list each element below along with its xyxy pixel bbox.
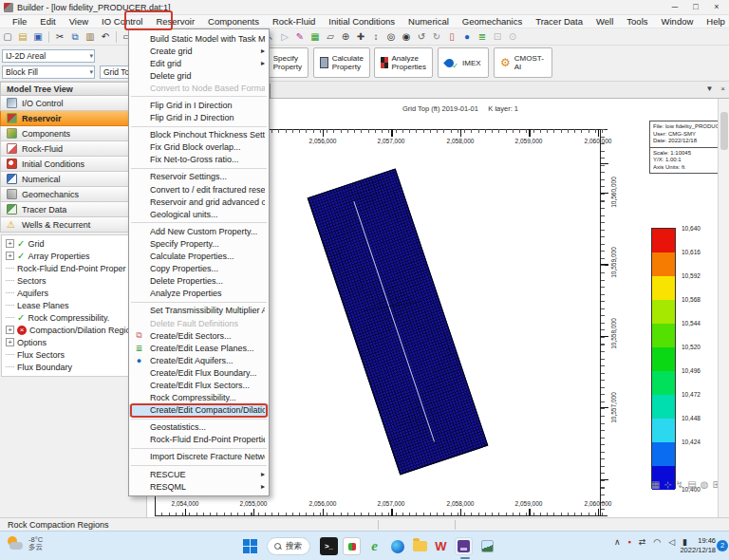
aquifer-drop-icon[interactable]: ● [459, 30, 475, 44]
copy-icon[interactable]: ⧉ [67, 30, 83, 44]
menu-item[interactable]: Reservoir and grid advanced options... [129, 196, 269, 208]
minimize-button[interactable]: ─ [664, 0, 685, 14]
expand-icon[interactable]: + [6, 326, 14, 334]
report-icon[interactable]: ▯ [444, 30, 459, 44]
calculate-property-button[interactable]: Calculate Property [313, 47, 370, 78]
cut-icon[interactable]: ✂ [52, 30, 67, 44]
menu-well[interactable]: Well [589, 15, 620, 28]
save-icon[interactable]: ▣ [30, 30, 46, 44]
layers-tool-icon[interactable]: ▤ [687, 479, 696, 490]
tree-item-array-properties[interactable]: +✓Array Properties [4, 250, 144, 262]
paste-icon[interactable]: ▥ [83, 30, 98, 44]
menu-tools[interactable]: Tools [620, 15, 654, 28]
tray-chevron-up-icon[interactable]: ∧ [614, 537, 621, 547]
menu-initial-conditions[interactable]: Initial Conditions [322, 15, 402, 28]
menu-item[interactable]: Copy Properties... [129, 263, 269, 275]
sidebar-item-numerical[interactable]: Numerical [0, 172, 146, 187]
arrow-tool-icon[interactable]: ↯ [676, 479, 683, 490]
globe-tool-icon[interactable]: ◍ [701, 479, 709, 490]
analyze-properties-button[interactable]: Analyze Properties [374, 47, 433, 78]
menu-item[interactable]: Rock Compressibility... [129, 392, 269, 404]
menu-item[interactable]: Block Pinchout Thickness Setting... [129, 129, 269, 141]
sidebar-item-io-control[interactable]: I/O Control [0, 96, 146, 111]
grid-3d-icon[interactable]: ⊡ [490, 30, 505, 44]
menu-item[interactable]: Create grid [129, 45, 269, 57]
menu-item[interactable]: Analyze Properties [129, 288, 269, 300]
tree-item-flux-boundary[interactable]: Flux Boundary [4, 361, 144, 373]
close-button[interactable]: × [706, 0, 727, 14]
menu-geomechanics[interactable]: Geomechanics [456, 15, 529, 28]
menu-edit[interactable]: Edit [33, 15, 62, 28]
taskbar-search[interactable]: 搜索 [267, 537, 310, 555]
menu-window[interactable]: Window [655, 15, 701, 28]
taskbar-app-terminal[interactable]: >_ [320, 537, 338, 555]
tree-item-rock-compressibility[interactable]: ✓Rock Compressibility. [4, 311, 144, 324]
menu-item[interactable]: Edit grid [129, 57, 269, 69]
view-mode-dropdown[interactable]: IJ-2D Areal ▾ [2, 49, 95, 63]
sidebar-item-rock-fluid[interactable]: Rock-Fluid [0, 141, 146, 157]
menu-components[interactable]: Components [201, 15, 266, 28]
expand-icon[interactable]: + [6, 252, 14, 260]
menu-item[interactable]: Calculate Properties... [129, 251, 269, 263]
menu-item[interactable]: Create/Edit Flux Boundary... [129, 366, 269, 379]
menu-item[interactable]: Create/Edit Flux Sectors... [129, 379, 269, 391]
menu-item[interactable]: Flip Grid in I Direction [129, 99, 269, 111]
edit-pencil-icon[interactable]: ✎ [292, 30, 308, 44]
menu-numerical[interactable]: Numerical [402, 15, 456, 28]
scrollbar-thumb[interactable] [720, 112, 728, 150]
taskbar-app-edge[interactable] [388, 537, 406, 555]
new-file-icon[interactable]: ▢ [0, 30, 15, 44]
person-tool-icon[interactable]: ⊹ [664, 479, 671, 490]
sidebar-item-tracer-data[interactable]: Tracer Data [0, 202, 146, 217]
tab-close-icon[interactable]: × [720, 84, 725, 93]
probe-icon[interactable]: ⊕ [338, 30, 353, 44]
taskbar-app-builder-active[interactable] [455, 537, 473, 555]
menu-item[interactable]: Build Static Model with Task Manager [129, 32, 269, 45]
sidebar-item-components[interactable]: Components [0, 126, 146, 141]
taskbar-app-photos[interactable] [478, 537, 496, 555]
taskbar-weather-widget[interactable]: -8°C 多云 [6, 535, 43, 552]
taskbar-app-file-explorer[interactable] [411, 537, 429, 555]
rotate-icon[interactable]: ↺ [414, 30, 429, 44]
taskbar-app-cmg[interactable] [343, 537, 361, 555]
menu-view[interactable]: View [63, 15, 95, 28]
tree-item-rock-fluid-endpoint[interactable]: Rock-Fluid End-Point Proper [4, 262, 144, 274]
menu-file[interactable]: File [6, 15, 33, 28]
tree-item-compaction-dilation[interactable]: +×Compaction/Dilation Region [4, 324, 144, 336]
sidebar-item-geomechanics[interactable]: Geomechanics [0, 187, 146, 202]
open-folder-icon[interactable]: ▤ [15, 30, 30, 44]
vertical-scrollbar[interactable] [718, 99, 729, 517]
wells-icon[interactable]: ≣ [475, 30, 490, 44]
sidebar-item-reservoir[interactable]: Reservoir [0, 111, 146, 126]
menu-item[interactable]: Reservoir Settings... [129, 171, 269, 183]
menu-item-compaction-dilation-regions[interactable]: Create/Edit Compaction/Dilation Regions.… [129, 404, 269, 417]
wifi-icon[interactable]: ◠ [653, 537, 661, 547]
menu-item[interactable]: Specify Property... [129, 237, 269, 250]
menu-item[interactable]: Flip Grid in J Direction [129, 112, 269, 124]
pan-icon[interactable]: ✚ [353, 30, 368, 44]
tab-list-icon[interactable]: ▼ [705, 84, 713, 93]
tree-item-grid[interactable]: +✓Grid [4, 237, 144, 250]
menu-item[interactable]: Delete Properties... [129, 275, 269, 288]
menu-item[interactable]: Fix Net-to-Gross ratio... [129, 154, 269, 166]
menu-item[interactable]: Import Discrete Fracture Networks... [129, 451, 269, 463]
zoom-out-icon[interactable]: ◉ [399, 30, 414, 44]
menu-item[interactable]: Geostatistics... [129, 421, 269, 434]
polygon-select-icon[interactable]: ▱ [323, 30, 338, 44]
expand-icon[interactable]: + [6, 239, 14, 248]
maximize-button[interactable]: □ [685, 0, 706, 14]
menu-rock-fluid[interactable]: Rock-Fluid [266, 15, 322, 28]
menu-item[interactable]: Set Transmissibility Multiplier Across F… [129, 305, 269, 317]
reservoir-grid-map[interactable] [308, 168, 489, 475]
menu-item[interactable]: ⧉Create/Edit Sectors... [129, 329, 269, 342]
start-button[interactable] [243, 539, 257, 553]
grid-tool-icon[interactable]: ▦ [651, 479, 660, 490]
tree-item-sectors[interactable]: Sectors [4, 274, 144, 287]
zoom-in-icon[interactable]: ◎ [383, 30, 399, 44]
menu-item[interactable]: Convert to / edit fractured reservoir... [129, 183, 269, 196]
undo-icon[interactable]: ↶ [98, 30, 113, 44]
notification-badge[interactable]: 2 [717, 540, 728, 551]
menu-help[interactable]: Help [700, 15, 729, 28]
menu-item[interactable]: RESQML [129, 480, 269, 493]
menu-item[interactable]: Add New Custom Property... [129, 225, 269, 237]
